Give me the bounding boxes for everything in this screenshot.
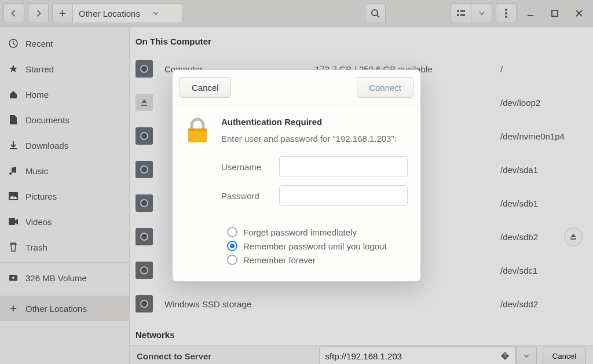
lock-icon [185, 117, 211, 269]
radio-disc-icon [227, 227, 237, 237]
username-input[interactable] [279, 156, 408, 177]
password-input[interactable] [279, 185, 408, 206]
svg-rect-16 [188, 128, 207, 131]
dialog-title: Authentication Required [221, 117, 408, 127]
radio-label: Forget password immediately [243, 227, 357, 237]
dialog-connect-button[interactable]: Connect [357, 77, 413, 98]
password-label: Password [221, 191, 271, 201]
radio-session[interactable]: Remember password until you logout [227, 241, 408, 251]
username-label: Username [221, 162, 271, 172]
radio-forget[interactable]: Forget password immediately [227, 227, 408, 237]
radio-disc-icon [227, 255, 237, 265]
auth-dialog: Cancel Connect Authentication Required E… [172, 69, 421, 282]
radio-forever[interactable]: Remember forever [227, 255, 408, 265]
radio-label: Remember password until you logout [243, 241, 387, 251]
dialog-subtitle: Enter user and password for “192.168.1.2… [221, 134, 408, 144]
radio-disc-icon [227, 241, 237, 251]
radio-label: Remember forever [243, 255, 316, 265]
dialog-cancel-button[interactable]: Cancel [180, 77, 231, 98]
